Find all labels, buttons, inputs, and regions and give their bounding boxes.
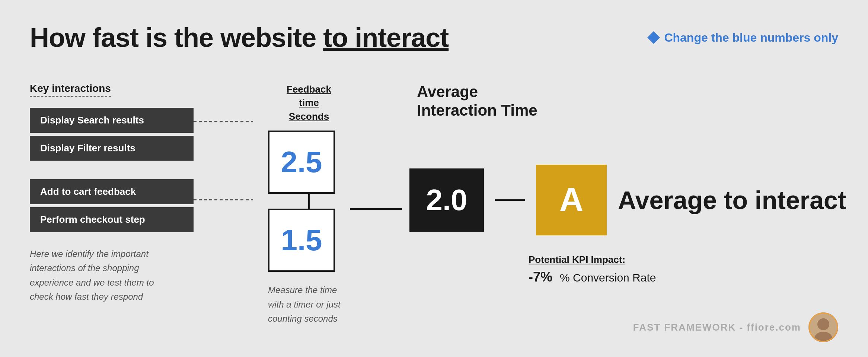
description-middle: Measure the time with a timer or just co… — [268, 283, 350, 326]
interactions-column: Key interactions Display Search results … — [30, 83, 194, 304]
value-bottom-number: 1.5 — [281, 225, 322, 255]
kpi-section: Potential KPI Impact: -7% % Conversion R… — [529, 254, 846, 285]
title-plain: How fast is the website — [30, 23, 323, 52]
interaction-display-filter: Display Filter results — [30, 136, 194, 161]
kpi-conversion: % Conversion Rate — [560, 271, 656, 284]
key-interactions-label: Key interactions — [30, 83, 111, 97]
svg-point-5 — [817, 318, 829, 330]
feedback-column: Feedback time Seconds 2.5 1.5 Measure th… — [268, 83, 350, 326]
connector-svg-left — [194, 101, 268, 287]
grade-box: A — [536, 165, 607, 235]
description-left: Here we identify the important interacti… — [30, 247, 156, 304]
avatar — [808, 312, 838, 342]
kpi-label: Potential KPI Impact: — [529, 254, 846, 266]
footer-text: FAST FRAMEWORK - ffiore.com — [633, 322, 801, 333]
connector-svg-right — [350, 83, 409, 268]
hint-label: Change the blue numbers only — [664, 31, 838, 45]
interaction-display-search: Display Search results — [30, 108, 194, 133]
value-box-top[interactable]: 2.5 — [268, 131, 335, 194]
feedback-header: Feedback time Seconds — [268, 83, 350, 123]
header-row: How fast is the website to interact Chan… — [30, 22, 838, 53]
vertical-connector — [308, 194, 310, 209]
key-interactions-header: Key interactions — [30, 83, 194, 97]
diagram-wrapper: Key interactions Display Search results … — [30, 83, 838, 326]
horiz-connector-2 — [495, 199, 525, 201]
value-top-number: 2.5 — [281, 147, 322, 177]
diamond-icon — [647, 31, 660, 44]
change-hint: Change the blue numbers only — [649, 31, 838, 45]
page-container: How fast is the website to interact Chan… — [0, 0, 868, 357]
avg-label: Average Interaction Time — [417, 83, 846, 120]
avg-value-number: 2.0 — [426, 183, 467, 217]
avatar-svg — [808, 312, 838, 342]
interaction-add-cart: Add to cart feedback — [30, 179, 194, 204]
title-underlined: to interact — [323, 23, 449, 52]
kpi-percent: -7% — [529, 269, 552, 285]
interaction-group-1: Display Search results Display Filter re… — [30, 108, 194, 161]
interact-label: Average to interact — [618, 186, 846, 215]
footer: FAST FRAMEWORK - ffiore.com — [633, 312, 838, 342]
kpi-row: -7% % Conversion Rate — [529, 269, 846, 285]
result-row: 2.0 A Average to interact — [409, 165, 846, 235]
page-title: How fast is the website to interact — [30, 22, 449, 53]
grade-letter: A — [559, 181, 584, 219]
interaction-checkout: Perform checkout step — [30, 207, 194, 232]
value-box-bottom[interactable]: 1.5 — [268, 209, 335, 272]
interaction-group-2: Add to cart feedback Perform checkout st… — [30, 179, 194, 232]
avg-value-box: 2.0 — [409, 168, 484, 232]
result-column: Average Interaction Time 2.0 A Average t… — [409, 83, 846, 285]
